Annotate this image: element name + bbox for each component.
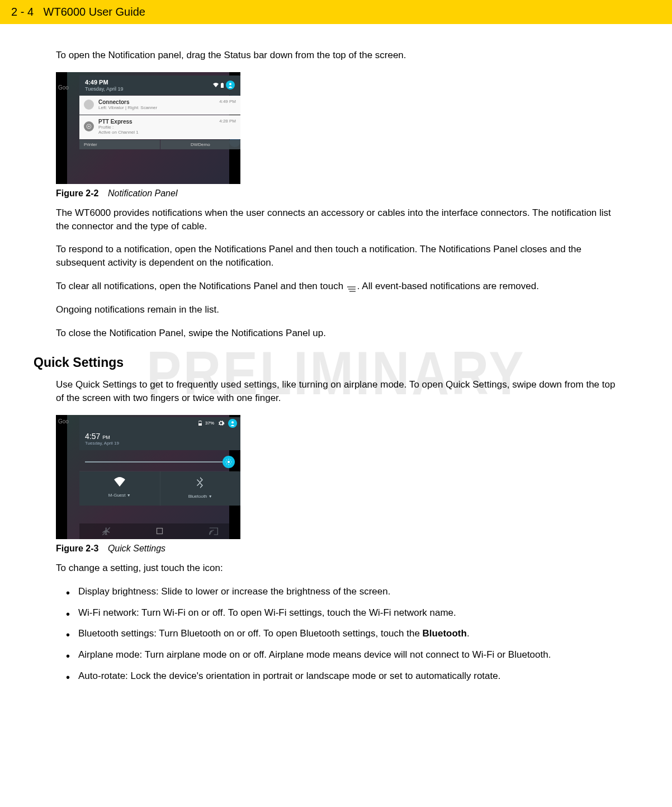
svg-point-2 xyxy=(229,83,231,85)
svg-point-11 xyxy=(231,421,234,423)
settings-list: Display brightness: Slide to lower or in… xyxy=(56,585,616,683)
date: Tuesday, April 19 xyxy=(85,441,235,446)
text-bold: Bluetooth xyxy=(423,628,467,639)
notification-item: PTT Express Profile : Active on Channel … xyxy=(79,115,240,139)
svg-point-4 xyxy=(88,126,90,128)
footer-left: Printer xyxy=(79,140,160,149)
list-item: Wi-Fi network: Turn Wi-Fi on or off. To … xyxy=(78,606,616,620)
list-item: Auto-rotate: Lock the device's orientati… xyxy=(78,669,616,683)
user-badge-icon xyxy=(228,419,237,428)
svg-rect-1 xyxy=(222,83,223,83)
notif-title: PTT Express xyxy=(98,119,139,125)
paragraph: To clear all notifications, open the Not… xyxy=(56,280,616,293)
figure-notification-panel: Goo 4:49 PM Tuesday, April 19 xyxy=(56,72,240,184)
ptt-icon xyxy=(84,121,94,131)
battery-text: 37% xyxy=(205,421,214,426)
figure-title: Quick Settings xyxy=(108,544,165,553)
airplane-icon xyxy=(102,527,111,536)
footer-right: DWDemo xyxy=(160,140,241,149)
svg-rect-0 xyxy=(221,83,224,88)
bluetooth-icon xyxy=(196,477,204,488)
cast-icon xyxy=(209,527,218,535)
clear-all-icon xyxy=(346,283,357,290)
svg-point-12 xyxy=(228,461,230,463)
chevron-down-icon: ▼ xyxy=(209,494,212,498)
android-navbar xyxy=(79,523,240,539)
notification-header: 4:49 PM Tuesday, April 19 xyxy=(79,75,240,95)
svg-line-18 xyxy=(230,464,231,464)
left-edge-text: Goo xyxy=(58,418,69,424)
figure-quick-settings: Goo 37% 4:57 PM Tuesday, April 19 xyxy=(56,415,240,539)
header-time: 4:49 PM xyxy=(85,79,124,86)
notification-item: Connectors Left: Vibrator | Right: Scann… xyxy=(79,96,240,115)
page-header: 2 - 4 WT6000 User Guide xyxy=(0,0,672,24)
svg-rect-9 xyxy=(198,423,202,426)
notif-title: Connectors xyxy=(98,99,157,105)
battery-icon xyxy=(221,83,224,88)
guide-title: WT6000 User Guide xyxy=(44,6,145,18)
figure-caption: Figure 2-3 Quick Settings xyxy=(56,544,616,554)
page-number: 2 - 4 xyxy=(11,6,34,18)
battery-icon xyxy=(198,421,202,426)
time: 4:57 xyxy=(85,432,100,441)
text: . xyxy=(467,628,470,639)
figure-number: Figure 2-2 xyxy=(56,188,98,198)
notification-icon xyxy=(84,100,94,110)
intro-paragraph: To open the Notification panel, drag the… xyxy=(56,49,616,62)
tile-label: Bluetooth xyxy=(188,494,207,499)
tile-label: M-Guest xyxy=(108,493,126,498)
bluetooth-tile: Bluetooth ▼ xyxy=(160,471,241,506)
notification-footer: Printer DWDemo xyxy=(79,140,240,149)
paragraph: To respond to a notification, open the N… xyxy=(56,243,616,270)
svg-rect-10 xyxy=(200,421,201,421)
brightness-icon xyxy=(223,456,235,468)
user-badge-icon xyxy=(226,81,235,89)
wifi-icon xyxy=(213,83,219,87)
svg-rect-22 xyxy=(157,528,163,534)
gear-icon xyxy=(217,419,225,427)
quicksettings-topbar: 37% xyxy=(79,417,240,430)
figure-title: Notification Panel xyxy=(108,188,178,198)
paragraph: Ongoing notifications remain in the list… xyxy=(56,303,616,317)
text: To clear all notifications, open the Not… xyxy=(56,281,346,291)
section-title: Quick Settings xyxy=(34,355,638,370)
figure-caption: Figure 2-2 Notification Panel xyxy=(56,188,616,199)
paragraph: Use Quick Settings to get to frequently … xyxy=(56,378,616,405)
paragraph: To change a setting, just touch the icon… xyxy=(56,561,616,575)
paragraph: The WT6000 provides notifications when t… xyxy=(56,206,616,233)
list-item: Display brightness: Slide to lower or in… xyxy=(78,585,616,598)
svg-line-20 xyxy=(230,460,231,460)
notif-subtitle: Active on Channel 1 xyxy=(98,130,139,135)
wifi-icon xyxy=(113,477,126,487)
figure-number: Figure 2-3 xyxy=(56,544,98,553)
notif-timestamp: 4:49 PM xyxy=(219,99,236,104)
brightness-slider xyxy=(85,456,235,468)
svg-line-19 xyxy=(226,464,227,464)
text: . All event-based notifications are remo… xyxy=(357,281,539,291)
notif-subtitle: Profile : xyxy=(98,125,139,130)
paragraph: To close the Notification Panel, swipe t… xyxy=(56,327,616,340)
time-suffix: PM xyxy=(102,435,110,440)
chevron-down-icon: ▼ xyxy=(127,493,131,497)
notif-subtitle: Left: Vibrator | Right: Scanner xyxy=(98,105,157,110)
svg-point-23 xyxy=(209,534,210,535)
list-item: Bluetooth settings: Turn Bluetooth on or… xyxy=(78,627,616,640)
svg-rect-6 xyxy=(348,289,356,290)
list-item: Airplane mode: Turn airplane mode on or … xyxy=(78,648,616,662)
recent-apps-icon xyxy=(155,527,164,535)
wifi-tile: M-Guest ▼ xyxy=(79,471,160,506)
svg-line-17 xyxy=(226,460,227,460)
notif-timestamp: 4:28 PM xyxy=(219,119,236,124)
svg-rect-7 xyxy=(349,291,356,292)
quicksettings-time: 4:57 PM Tuesday, April 19 xyxy=(79,430,240,450)
svg-rect-5 xyxy=(347,286,356,287)
left-edge-text: Goo xyxy=(58,84,69,91)
text: Bluetooth settings: Turn Bluetooth on or… xyxy=(78,628,423,639)
header-date: Tuesday, April 19 xyxy=(85,86,124,92)
